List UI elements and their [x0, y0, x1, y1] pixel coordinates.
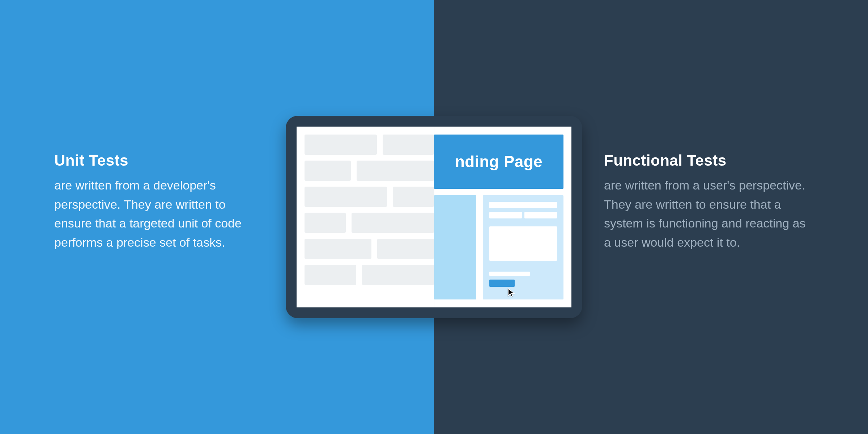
- wireframe-block: [357, 161, 434, 181]
- hero-banner: nding Page: [434, 135, 563, 189]
- wireframe-row: [305, 187, 434, 207]
- unit-tests-title: Unit Tests: [54, 152, 264, 169]
- wireframe-block: [352, 213, 434, 233]
- cursor-icon: [507, 288, 516, 297]
- wireframe-row: [305, 213, 434, 233]
- wireframe-block: [305, 161, 351, 181]
- unit-tests-column: Unit Tests are written from a developer'…: [54, 152, 264, 252]
- wireframe-block: [305, 213, 346, 233]
- wireframe-block: [305, 135, 377, 155]
- wireframe-half: [305, 135, 434, 299]
- wireframe-block: [305, 265, 356, 285]
- screen-split-line: [434, 127, 434, 307]
- wireframe-row: [305, 239, 434, 259]
- tablet-device: nding Page: [286, 116, 582, 318]
- content-column-left: [434, 195, 476, 299]
- tablet-screen: nding Page: [297, 127, 571, 307]
- form-caption: [489, 272, 530, 276]
- diagram-stage: Unit Tests are written from a developer'…: [0, 0, 868, 434]
- form-field: [489, 202, 557, 208]
- wireframe-block: [383, 135, 434, 155]
- wireframe-block: [377, 239, 434, 259]
- wireframe-row: [305, 161, 434, 181]
- functional-tests-title: Functional Tests: [604, 152, 814, 169]
- rendered-ui-half: nding Page: [434, 135, 563, 299]
- form-field: [524, 212, 557, 218]
- content-columns: [434, 195, 563, 299]
- form-submit-button: [489, 280, 515, 287]
- form-textarea: [489, 226, 557, 261]
- form-field: [489, 212, 522, 218]
- wireframe-block: [305, 187, 387, 207]
- functional-tests-body: are written from a user's perspective. T…: [604, 176, 814, 252]
- unit-tests-body: are written from a developer's perspecti…: [54, 176, 264, 252]
- wireframe-block: [305, 239, 371, 259]
- wireframe-row: [305, 265, 434, 285]
- wireframe-block: [393, 187, 434, 207]
- hero-text: nding Page: [455, 153, 542, 171]
- wireframe-block: [362, 265, 434, 285]
- form-panel: [483, 195, 563, 299]
- wireframe-row: [305, 135, 434, 155]
- functional-tests-column: Functional Tests are written from a user…: [604, 152, 814, 252]
